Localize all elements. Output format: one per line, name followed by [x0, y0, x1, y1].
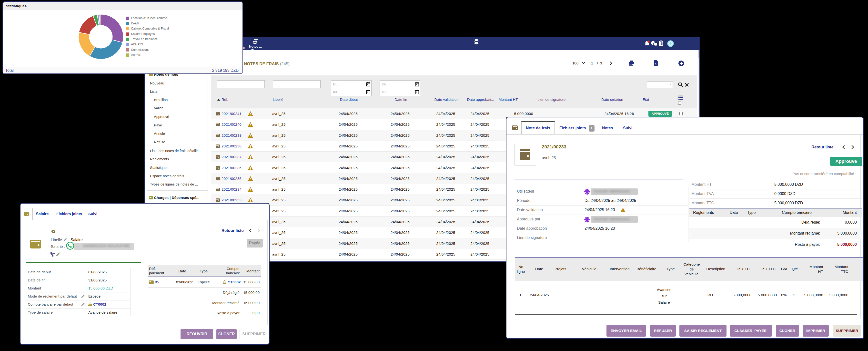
svg-text:x: x	[655, 62, 657, 65]
